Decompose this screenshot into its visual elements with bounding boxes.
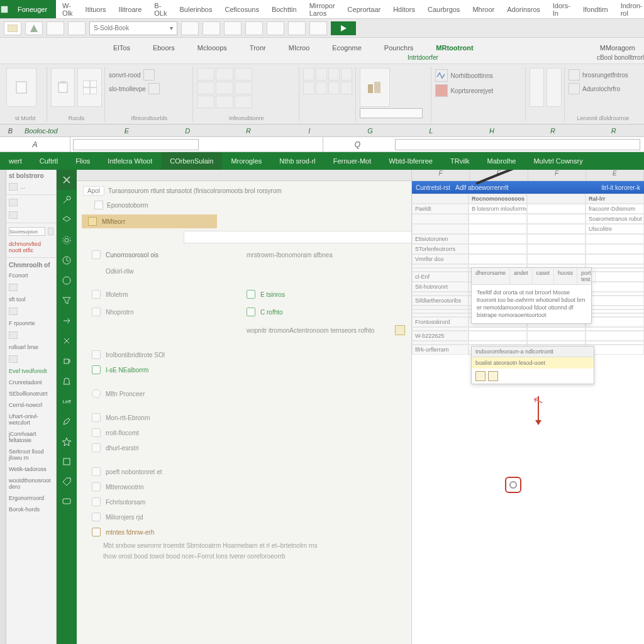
table-cell[interactable] [586,296,644,306]
table-header-cell[interactable] [527,194,586,204]
form-item[interactable]: Cunorrosorosol ois [92,247,236,262]
list-item[interactable]: Fconort [6,270,56,281]
form-item[interactable]: Mlfn Pronceer [92,386,405,401]
sheet-tab[interactable]: Intfelcra Wtoot [99,152,161,170]
list-item[interactable]: wootdthonosroot dero [6,475,56,492]
search-input[interactable] [9,227,45,236]
table-cell[interactable]: Soarometranos rubut [586,214,644,224]
eraser-icon[interactable] [435,84,448,97]
menu-item[interactable]: Caurbrgos [421,0,466,18]
rail-item[interactable] [57,351,77,371]
form-item[interactable]: Mon-rtt-Ebronrn [92,410,405,425]
form-item[interactable]: rrolt-flocomt [92,425,405,440]
column-header[interactable]: R [218,127,279,135]
form-item[interactable]: E tsinros [247,287,405,302]
list-item[interactable] [6,196,56,209]
color-swatch-icon[interactable] [488,371,498,381]
ribbon-input[interactable] [360,108,423,118]
swatch-icon[interactable] [569,69,580,80]
column-header[interactable]: R [583,127,644,135]
swatch-icon[interactable] [569,83,580,94]
corner-cell[interactable]: B [0,127,21,135]
table-cell[interactable] [527,204,586,214]
rail-item[interactable] [57,431,77,452]
style-combobox[interactable]: S-Sold-Book ▾ [89,21,177,35]
qat-button[interactable] [245,21,263,35]
list-item[interactable]: Cerrsl-nowcrl [6,399,56,411]
table-cell[interactable] [527,214,586,224]
ribbon-button[interactable] [51,68,75,107]
rail-item[interactable] [57,472,77,492]
table-cell[interactable]: cl-Enf [412,272,469,282]
menu-item[interactable]: Ilitroare [113,0,148,18]
ribbon-tab[interactable]: Eboors [153,44,175,52]
ribbon-tab[interactable]: Mclooops [197,44,227,52]
list-item[interactable]: Serkroot llood jfowu rn [6,446,56,464]
qat-button[interactable] [309,21,327,35]
table-cell[interactable] [527,331,586,341]
sheet-tab[interactable]: Flios [67,152,99,170]
qat-button[interactable] [224,21,242,35]
popup-tab[interactable]: port test [577,268,596,284]
ribbon-button[interactable] [77,68,102,107]
list-item[interactable]: … [6,180,56,193]
sheet-tab[interactable]: Mulvtrl Cownsry [525,152,591,170]
style-gallery[interactable] [197,68,296,108]
list-item[interactable] [6,305,56,318]
flag-icon[interactable] [395,325,405,335]
name-box[interactable]: A [0,137,70,152]
rail-item[interactable] [57,452,77,472]
table-cell[interactable]: Paeldt [412,204,469,214]
table-cell[interactable] [527,224,586,234]
popup-tab[interactable]: dherorsame [472,268,510,284]
ribbon-button[interactable] [547,68,562,107]
column-header[interactable]: I [279,127,340,135]
rail-item[interactable] [57,170,77,190]
menu-item[interactable]: Bulerinbos [173,0,218,18]
form-item[interactable]: Mtterowootrin [92,479,405,494]
ribbon-button[interactable] [360,68,390,107]
swatch-icon[interactable] [143,69,155,80]
table-cell[interactable] [469,254,527,264]
list-item[interactable]: Uhart-orsvl-wetcdort [6,411,56,428]
table-header-cell[interactable]: Rocnomonososoos [469,194,527,204]
column-header[interactable]: D [157,127,218,135]
qat-button[interactable] [203,21,220,35]
table-cell[interactable]: W-b222625 [412,331,469,341]
list-item[interactable]: Ergonorrroord [6,492,56,504]
list-item[interactable]: Borok-hords [6,504,56,515]
rail-item[interactable] [57,190,77,210]
table-cell[interactable] [412,224,469,234]
table-cell[interactable]: Vmrllsr doo [412,254,469,264]
fx-icon[interactable]: Q [351,140,365,149]
menu-item[interactable]: Bochttin [265,0,303,18]
popup-tab[interactable]: andet [510,268,533,284]
rail-item[interactable] [57,311,77,331]
form-item[interactable]: Irolbontibridtirote SOl [92,347,405,362]
list-item[interactable]: Evef tvedforedt [6,365,56,377]
column-header[interactable]: G [340,127,401,135]
sheet-tab[interactable]: Mabrolhe [479,152,525,170]
qat-button[interactable] [47,21,64,35]
list-item[interactable]: F rpoonrte [6,318,56,329]
ribbon-tab[interactable]: Ecognme [332,44,361,52]
list-item[interactable] [6,209,56,221]
form-item[interactable]: I-sE NEalborrm [92,362,405,377]
table-cell[interactable]: Ulscolitre [586,224,644,234]
menu-item[interactable]: Indron-rol [614,0,644,18]
sparkline-icon[interactable] [435,69,448,82]
list-item[interactable] [6,353,56,365]
table-cell[interactable] [586,234,644,244]
sheet-tab[interactable]: Cuftrtl [31,152,67,170]
rail-item[interactable] [57,270,77,291]
table-cell[interactable] [527,254,586,264]
form-item[interactable]: C rofhto [247,304,405,319]
menu-item[interactable]: Itituors [79,0,113,18]
list-item[interactable]: rolloarl brse [6,341,56,353]
table-cell[interactable]: fracoonr-Ddismom [586,204,644,214]
table-cell[interactable] [469,214,527,224]
table-cell[interactable]: Etisiotoronen [412,234,469,244]
form-item[interactable]: poeft nobontonret et [92,464,405,479]
table-cell[interactable]: Sit-hotmronrt [412,282,469,292]
form-item[interactable]: mtntes fdnnw-erh [92,525,405,540]
